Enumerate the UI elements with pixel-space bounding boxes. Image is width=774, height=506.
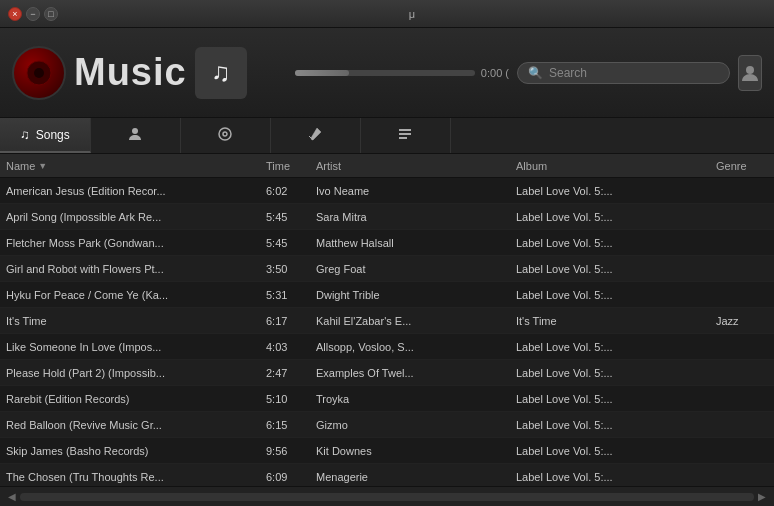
- cell-name: Like Someone In Love (Impos...: [0, 341, 260, 353]
- cell-artist: Ivo Neame: [310, 185, 510, 197]
- cell-album: Label Love Vol. 5:...: [510, 393, 710, 405]
- tab-artists[interactable]: [91, 118, 181, 153]
- table-header: Name ▼ Time Artist Album Genre Rating Pl: [0, 154, 774, 178]
- tab-queue[interactable]: [361, 118, 451, 153]
- cell-album: Label Love Vol. 5:...: [510, 211, 710, 223]
- cell-artist: Dwight Trible: [310, 289, 510, 301]
- tab-songs[interactable]: ♫ Songs: [0, 118, 91, 153]
- cell-name: American Jesus (Edition Recor...: [0, 185, 260, 197]
- col-header-album: Album: [510, 160, 710, 172]
- cell-time: 3:50: [260, 263, 310, 275]
- cell-name: Red Balloon (Revive Music Gr...: [0, 419, 260, 431]
- tab-songs-label: Songs: [36, 128, 70, 142]
- cell-name: Girl and Robot with Flowers Pt...: [0, 263, 260, 275]
- cell-artist: Examples Of Twel...: [310, 367, 510, 379]
- table-row[interactable]: Red Balloon (Revive Music Gr... 6:15 Giz…: [0, 412, 774, 438]
- svg-point-4: [219, 128, 231, 140]
- scroll-right-arrow[interactable]: ▶: [754, 491, 770, 502]
- svg-point-1: [34, 68, 44, 78]
- table-row[interactable]: American Jesus (Edition Recor... 6:02 Iv…: [0, 178, 774, 204]
- table-row[interactable]: Please Hold (Part 2) (Impossib... 2:47 E…: [0, 360, 774, 386]
- app-logo: [12, 46, 66, 100]
- window-controls[interactable]: × − □: [8, 7, 58, 21]
- progress-fill: [295, 70, 349, 76]
- table-row[interactable]: April Song (Impossible Ark Re... 5:45 Sa…: [0, 204, 774, 230]
- cell-album: Label Love Vol. 5:...: [510, 289, 710, 301]
- cell-artist: Kit Downes: [310, 445, 510, 457]
- svg-point-5: [223, 132, 227, 136]
- progress-track[interactable]: [295, 70, 475, 76]
- table-body: American Jesus (Edition Recor... 6:02 Iv…: [0, 178, 774, 486]
- header-right: 0:00 ( 🔍: [257, 55, 762, 91]
- playback-controls: 0:00 (: [276, 67, 509, 79]
- cell-name: Hyku For Peace / Come Ye (Ka...: [0, 289, 260, 301]
- cell-artist: Sara Mitra: [310, 211, 510, 223]
- cell-artist: Matthew Halsall: [310, 237, 510, 249]
- col-header-name: Name ▼: [0, 160, 260, 172]
- close-button[interactable]: ×: [8, 7, 22, 21]
- cell-time: 6:02: [260, 185, 310, 197]
- cell-time: 4:03: [260, 341, 310, 353]
- cell-artist: Troyka: [310, 393, 510, 405]
- cell-album: Label Love Vol. 5:...: [510, 445, 710, 457]
- cell-album: Label Love Vol. 5:...: [510, 419, 710, 431]
- svg-point-2: [746, 66, 754, 74]
- cell-time: 5:10: [260, 393, 310, 405]
- cell-artist: Allsopp, Vosloo, S...: [310, 341, 510, 353]
- time-display: 0:00 (: [481, 67, 509, 79]
- cell-time: 5:31: [260, 289, 310, 301]
- cell-name: Please Hold (Part 2) (Impossib...: [0, 367, 260, 379]
- header: Music ♫ 0:00 ( 🔍: [0, 28, 774, 118]
- scroll-left-arrow[interactable]: ◀: [4, 491, 20, 502]
- search-bar[interactable]: 🔍: [517, 62, 730, 84]
- table-row[interactable]: It's Time 6:17 Kahil El'Zabar's E... It'…: [0, 308, 774, 334]
- tab-instruments[interactable]: [271, 118, 361, 153]
- tab-albums[interactable]: [181, 118, 271, 153]
- table-row[interactable]: The Chosen (Tru Thoughts Re... 6:09 Mena…: [0, 464, 774, 486]
- cell-name: Fletcher Moss Park (Gondwan...: [0, 237, 260, 249]
- cell-name: It's Time: [0, 315, 260, 327]
- search-icon: 🔍: [528, 66, 543, 80]
- cell-artist: Greg Foat: [310, 263, 510, 275]
- maximize-button[interactable]: □: [44, 7, 58, 21]
- svg-rect-9: [399, 137, 407, 139]
- cell-time: 6:15: [260, 419, 310, 431]
- avatar-button[interactable]: [738, 55, 762, 91]
- horizontal-scrollbar[interactable]: ◀ ▶: [0, 486, 774, 506]
- col-header-genre: Genre: [710, 160, 774, 172]
- cell-artist: Menagerie: [310, 471, 510, 483]
- artists-tab-icon: [127, 126, 143, 145]
- cell-album: Label Love Vol. 5:...: [510, 471, 710, 483]
- title-bar: × − □ μ: [0, 0, 774, 28]
- cell-name: The Chosen (Tru Thoughts Re...: [0, 471, 260, 483]
- scroll-track[interactable]: [20, 493, 754, 501]
- cell-album: Label Love Vol. 5:...: [510, 263, 710, 275]
- cell-artist: Gizmo: [310, 419, 510, 431]
- cell-album: Label Love Vol. 5:...: [510, 367, 710, 379]
- cell-genre: Jazz: [710, 315, 774, 327]
- table-row[interactable]: Skip James (Basho Records) 9:56 Kit Down…: [0, 438, 774, 464]
- cell-time: 5:45: [260, 237, 310, 249]
- cell-name: Skip James (Basho Records): [0, 445, 260, 457]
- table-row[interactable]: Girl and Robot with Flowers Pt... 3:50 G…: [0, 256, 774, 282]
- songs-tab-icon: ♫: [20, 127, 30, 142]
- table-row[interactable]: Fletcher Moss Park (Gondwan... 5:45 Matt…: [0, 230, 774, 256]
- col-header-artist: Artist: [310, 160, 510, 172]
- table-row[interactable]: Like Someone In Love (Impos... 4:03 Alls…: [0, 334, 774, 360]
- queue-tab-icon: [397, 126, 413, 145]
- cell-time: 6:09: [260, 471, 310, 483]
- logo-area: Music ♫: [12, 46, 247, 100]
- cell-time: 2:47: [260, 367, 310, 379]
- svg-rect-8: [399, 133, 411, 135]
- cell-time: 5:45: [260, 211, 310, 223]
- search-input[interactable]: [549, 66, 719, 80]
- instruments-tab-icon: [307, 126, 323, 145]
- sort-arrow-name: ▼: [38, 161, 47, 171]
- table-row[interactable]: Rarebit (Edition Records) 5:10 Troyka La…: [0, 386, 774, 412]
- table-row[interactable]: Hyku For Peace / Come Ye (Ka... 5:31 Dwi…: [0, 282, 774, 308]
- minimize-button[interactable]: −: [26, 7, 40, 21]
- cell-album: It's Time: [510, 315, 710, 327]
- songs-table-container[interactable]: Name ▼ Time Artist Album Genre Rating Pl…: [0, 154, 774, 486]
- cell-album: Label Love Vol. 5:...: [510, 237, 710, 249]
- cell-album: Label Love Vol. 5:...: [510, 341, 710, 353]
